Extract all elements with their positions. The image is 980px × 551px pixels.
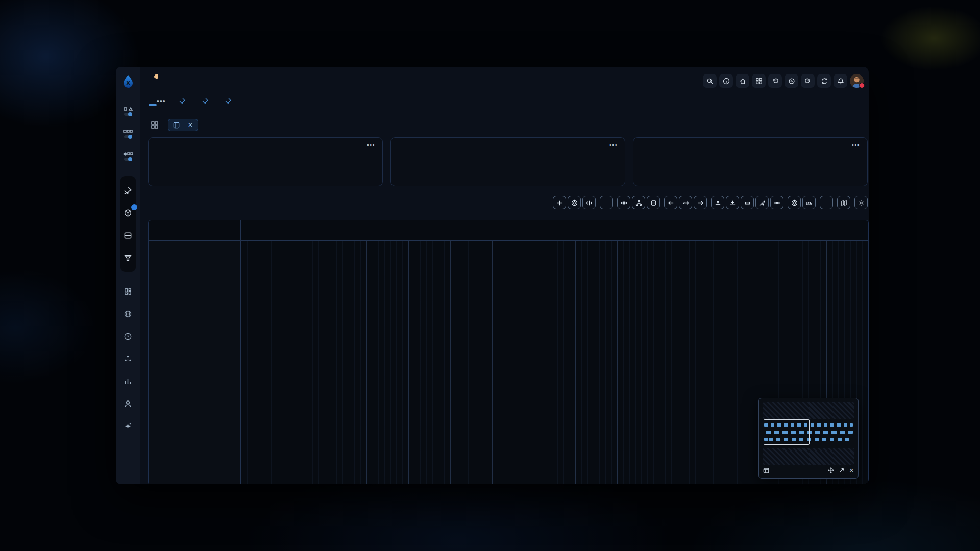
- bar-chart-icon[interactable]: [120, 373, 136, 389]
- scenario-filter-2-toggle-icon[interactable]: [120, 127, 136, 142]
- hierarchy-button[interactable]: [632, 196, 645, 209]
- calendar-icon[interactable]: [763, 467, 769, 473]
- history-clock-icon[interactable]: [785, 74, 798, 88]
- apps-grid-icon[interactable]: [752, 74, 766, 88]
- today-marker-line: [246, 241, 246, 484]
- order-lateness-card: •••: [390, 137, 625, 186]
- board-layout-icon[interactable]: [150, 120, 160, 130]
- download-to-line-button[interactable]: [726, 196, 739, 209]
- atp-button[interactable]: [600, 196, 613, 209]
- move-left-button[interactable]: [664, 196, 677, 209]
- minimap-gantt-preview: [763, 421, 854, 445]
- pin-icon[interactable]: [120, 183, 136, 198]
- wave-icon: [153, 73, 160, 80]
- globe-icon[interactable]: [120, 306, 136, 321]
- scenario-filter-3-toggle-icon[interactable]: [120, 149, 136, 164]
- dashboard-grid-icon[interactable]: [120, 284, 136, 299]
- visibility-eye-button[interactable]: [617, 196, 630, 209]
- sidebar-pinned-group: [120, 176, 136, 272]
- minimap-viewport[interactable]: [764, 419, 810, 445]
- undo-icon[interactable]: [768, 74, 782, 88]
- tab-scenario-a[interactable]: [179, 98, 189, 108]
- settings-gear-icon[interactable]: [854, 196, 868, 209]
- scheduling-board-chip[interactable]: ✕: [168, 119, 198, 131]
- top-icon-bar: [703, 74, 864, 88]
- close-icon[interactable]: ✕: [188, 121, 193, 129]
- pan-move-icon[interactable]: [828, 467, 834, 473]
- search-icon[interactable]: [703, 74, 717, 88]
- home-icon[interactable]: [736, 74, 749, 88]
- database-button[interactable]: [647, 196, 660, 209]
- tab-scenario-b[interactable]: [202, 98, 212, 108]
- user-avatar[interactable]: [850, 74, 864, 88]
- pin-icon: [225, 98, 231, 104]
- app-window: X: [116, 67, 869, 484]
- average-utilization-card: •••: [148, 137, 383, 186]
- gantt-toolbar: [553, 196, 868, 209]
- sidebar: X: [116, 67, 140, 484]
- factory-button[interactable]: [802, 196, 816, 209]
- minimap-hatch-bottom: [763, 448, 854, 465]
- sync-icon[interactable]: [817, 74, 831, 88]
- move-both-button[interactable]: [679, 196, 692, 209]
- gauge-target-button[interactable]: [788, 196, 801, 209]
- notifications-bell-icon[interactable]: [834, 74, 847, 88]
- pin-icon: [202, 98, 208, 104]
- tab-scenario-c[interactable]: [225, 98, 235, 108]
- redo-icon[interactable]: [801, 74, 815, 88]
- svg-text:X: X: [126, 79, 130, 87]
- send-button[interactable]: [755, 196, 769, 209]
- map-button[interactable]: [837, 196, 850, 209]
- storage-rows-icon[interactable]: [120, 228, 136, 243]
- add-button[interactable]: [553, 196, 566, 209]
- network-nodes-icon[interactable]: [120, 351, 136, 366]
- stretch-horizontal-button[interactable]: [741, 196, 754, 209]
- infinity-button[interactable]: [770, 196, 783, 209]
- cube-badge: [131, 204, 137, 210]
- tab-base-menu[interactable]: •••: [157, 97, 166, 109]
- clock-icon[interactable]: [120, 329, 136, 344]
- products-cube-icon[interactable]: [120, 205, 136, 220]
- avatar-status-badge: [859, 83, 865, 88]
- buffer-status-card: •••: [633, 137, 868, 186]
- move-right-button[interactable]: [694, 196, 707, 209]
- capacity-column-header: [149, 220, 241, 241]
- card-menu-icon[interactable]: •••: [367, 142, 375, 148]
- card-menu-icon[interactable]: •••: [852, 142, 860, 148]
- scheduling-gantt-board: ✕: [148, 220, 869, 484]
- board-icon: [173, 122, 180, 129]
- scenario-tabs: •••: [150, 95, 235, 111]
- user-icon[interactable]: [120, 396, 136, 411]
- pin-icon: [179, 98, 185, 104]
- fit-width-button[interactable]: [582, 196, 596, 209]
- app-logo-icon[interactable]: X: [120, 74, 136, 89]
- close-icon[interactable]: ✕: [849, 467, 854, 474]
- card-menu-icon[interactable]: •••: [609, 142, 618, 148]
- drop-gauge-button[interactable]: [568, 196, 581, 209]
- align-anchor-button[interactable]: [711, 196, 724, 209]
- minimap-panel: ✕: [758, 398, 859, 479]
- reschedule-button[interactable]: [820, 196, 833, 209]
- scenario-filter-1-toggle-icon[interactable]: [120, 104, 136, 119]
- sparkles-icon[interactable]: [120, 418, 136, 434]
- minimap-hatch-top: [763, 402, 854, 419]
- info-icon[interactable]: [719, 74, 733, 88]
- pointer-icon[interactable]: [839, 467, 845, 473]
- funnel-icon[interactable]: [120, 250, 136, 265]
